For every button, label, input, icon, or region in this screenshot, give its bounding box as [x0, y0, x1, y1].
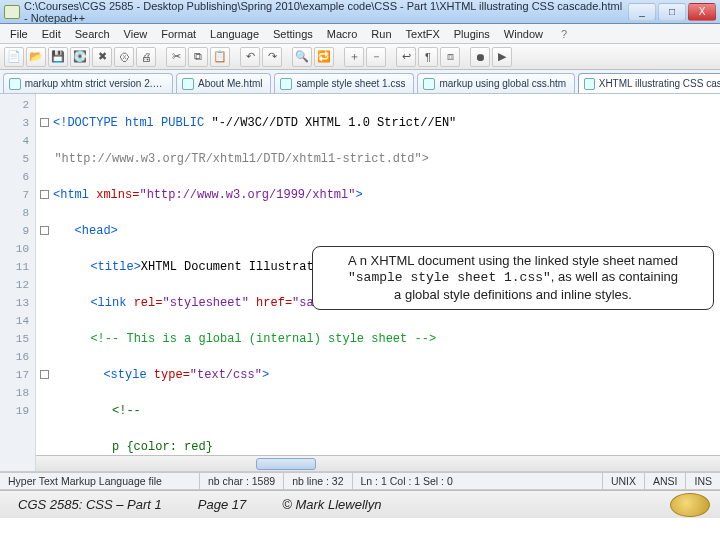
- code-token: <!DOCTYPE html PUBLIC: [53, 116, 211, 130]
- code-token: rel=: [134, 296, 163, 310]
- status-eol: UNIX: [603, 473, 645, 489]
- line-number: 19: [0, 402, 29, 420]
- minimize-button[interactable]: _: [628, 3, 656, 21]
- line-number: 5: [0, 150, 29, 168]
- menu-help[interactable]: ?: [555, 26, 573, 42]
- line-number: 8: [0, 204, 29, 222]
- callout-line: A n XHTML document using the linked styl…: [348, 253, 678, 268]
- open-file-icon[interactable]: 📂: [26, 47, 46, 67]
- menu-macro[interactable]: Macro: [321, 26, 364, 42]
- tab-label: markup using global css.htm: [439, 78, 566, 89]
- title-bar: C:\Courses\CGS 2585 - Desktop Publishing…: [0, 0, 720, 24]
- code-token: <title>: [90, 260, 140, 274]
- code-comment: <!-- This is a global (internal) style s…: [90, 332, 436, 346]
- new-file-icon[interactable]: 📄: [4, 47, 24, 67]
- zoom-out-icon[interactable]: －: [366, 47, 386, 67]
- tab-label: XHTML illustrating CSS cascade.htm: [599, 78, 720, 89]
- menu-file[interactable]: File: [4, 26, 34, 42]
- save-all-icon[interactable]: 💽: [70, 47, 90, 67]
- line-number: 6: [0, 168, 29, 186]
- code-token: >: [355, 188, 362, 202]
- close-all-icon[interactable]: ⮾: [114, 47, 134, 67]
- editor-area[interactable]: 2345678910111213141516171819 <!DOCTYPE h…: [0, 94, 720, 472]
- code-token: <html: [53, 188, 96, 202]
- menu-format[interactable]: Format: [155, 26, 202, 42]
- menu-edit[interactable]: Edit: [36, 26, 67, 42]
- code-token: <!--: [112, 404, 141, 418]
- line-number-gutter: 2345678910111213141516171819: [0, 94, 36, 471]
- status-line-count: nb line : 32: [284, 473, 352, 489]
- scrollbar-thumb[interactable]: [256, 458, 316, 470]
- menu-textfx[interactable]: TextFX: [400, 26, 446, 42]
- show-chars-icon[interactable]: ¶: [418, 47, 438, 67]
- app-icon: [4, 5, 20, 19]
- code-token: <style: [103, 368, 153, 382]
- menu-window[interactable]: Window: [498, 26, 549, 42]
- footer-author: © Mark Llewellyn: [264, 497, 399, 512]
- tab-label: sample style sheet 1.css: [296, 78, 405, 89]
- menu-language[interactable]: Language: [204, 26, 265, 42]
- copy-icon[interactable]: ⧉: [188, 47, 208, 67]
- code-token: href=: [249, 296, 292, 310]
- close-button[interactable]: X: [688, 3, 716, 21]
- file-icon: [182, 78, 194, 90]
- line-number: 12: [0, 276, 29, 294]
- line-number: 15: [0, 330, 29, 348]
- redo-icon[interactable]: ↷: [262, 47, 282, 67]
- replace-icon[interactable]: 🔁: [314, 47, 334, 67]
- line-number: 18: [0, 384, 29, 402]
- line-number: 9: [0, 222, 29, 240]
- document-tab-bar: markup xhtm strict version 2.xml About M…: [0, 70, 720, 94]
- cut-icon[interactable]: ✂: [166, 47, 186, 67]
- undo-icon[interactable]: ↶: [240, 47, 260, 67]
- code-token: <link: [90, 296, 133, 310]
- line-number: 3: [0, 114, 29, 132]
- wrap-icon[interactable]: ↩: [396, 47, 416, 67]
- macro-record-icon[interactable]: ⏺: [470, 47, 490, 67]
- horizontal-scrollbar[interactable]: [36, 455, 720, 471]
- menu-view[interactable]: View: [118, 26, 154, 42]
- code-token: "http://www.w3.org/TR/xhtml1/DTD/xhtml1-…: [54, 152, 428, 166]
- tab-markup-xhtml-strict[interactable]: markup xhtm strict version 2.xml: [3, 73, 173, 93]
- maximize-button[interactable]: □: [658, 3, 686, 21]
- file-icon: [9, 78, 21, 90]
- zoom-in-icon[interactable]: ＋: [344, 47, 364, 67]
- annotation-callout: A n XHTML document using the linked styl…: [312, 246, 714, 310]
- file-icon: [280, 78, 292, 90]
- code-token: <head>: [75, 224, 118, 238]
- status-insert-mode: INS: [686, 473, 720, 489]
- menu-run[interactable]: Run: [365, 26, 397, 42]
- callout-line: a global style definitions and inline st…: [394, 287, 632, 302]
- print-icon[interactable]: 🖨: [136, 47, 156, 67]
- close-file-icon[interactable]: ✖: [92, 47, 112, 67]
- code-token: "text/css": [190, 368, 262, 382]
- status-encoding: ANSI: [645, 473, 687, 489]
- tab-xhtml-cascade[interactable]: XHTML illustrating CSS cascade.htm: [578, 73, 720, 93]
- line-number: 7: [0, 186, 29, 204]
- indent-guide-icon[interactable]: ⧈: [440, 47, 460, 67]
- line-number: 16: [0, 348, 29, 366]
- callout-code: "sample style sheet 1.css": [348, 270, 551, 285]
- line-number: 14: [0, 312, 29, 330]
- menu-settings[interactable]: Settings: [267, 26, 319, 42]
- ucf-logo-icon: [670, 493, 710, 517]
- status-cursor-pos: Ln : 1 Col : 1 Sel : 0: [353, 473, 603, 489]
- find-icon[interactable]: 🔍: [292, 47, 312, 67]
- status-bar: Hyper Text Markup Language file nb char …: [0, 472, 720, 490]
- slide-footer: CGS 2585: CSS – Part 1 Page 17 © Mark Ll…: [0, 490, 720, 518]
- macro-play-icon[interactable]: ▶: [492, 47, 512, 67]
- paste-icon[interactable]: 📋: [210, 47, 230, 67]
- tab-markup-global-css[interactable]: markup using global css.htm: [417, 73, 575, 93]
- tab-sample-stylesheet[interactable]: sample style sheet 1.css: [274, 73, 414, 93]
- status-filetype: Hyper Text Markup Language file: [0, 473, 200, 489]
- tab-about-me[interactable]: About Me.html: [176, 73, 271, 93]
- file-icon: [584, 78, 595, 90]
- save-icon[interactable]: 💾: [48, 47, 68, 67]
- code-token: >: [262, 368, 269, 382]
- code-token: "-//W3C//DTD XHTML 1.0 Strict//EN": [211, 116, 456, 130]
- line-number: 11: [0, 258, 29, 276]
- menu-plugins[interactable]: Plugins: [448, 26, 496, 42]
- menu-search[interactable]: Search: [69, 26, 116, 42]
- code-token: xmlns=: [96, 188, 139, 202]
- code-token: "stylesheet": [162, 296, 248, 310]
